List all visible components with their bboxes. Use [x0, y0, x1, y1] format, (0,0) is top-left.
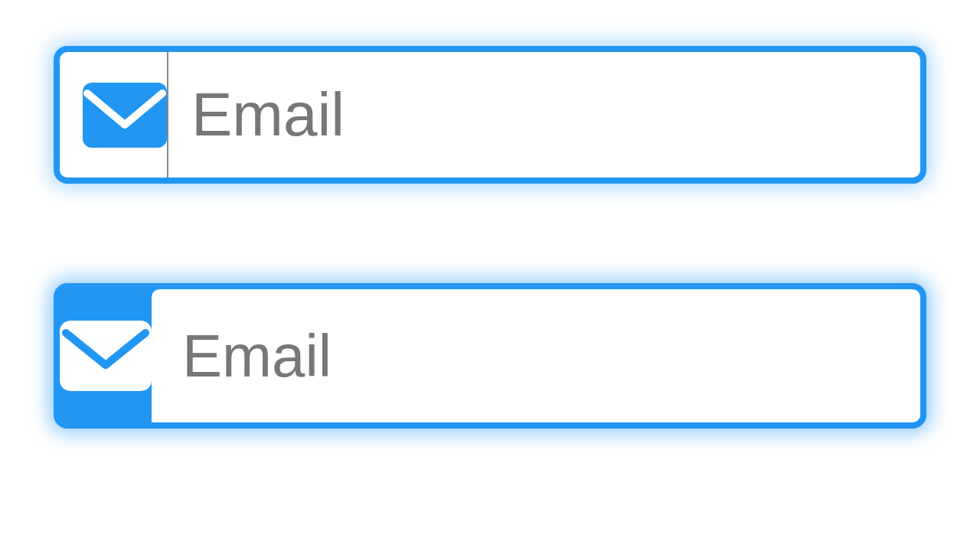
input-container — [152, 289, 926, 422]
email-input-b[interactable] — [182, 289, 926, 422]
envelope-icon — [60, 289, 152, 422]
email-input-a[interactable] — [167, 52, 955, 178]
email-field-variant-b[interactable] — [54, 283, 926, 429]
email-field-variant-a[interactable] — [54, 46, 926, 184]
envelope-icon — [83, 83, 167, 148]
